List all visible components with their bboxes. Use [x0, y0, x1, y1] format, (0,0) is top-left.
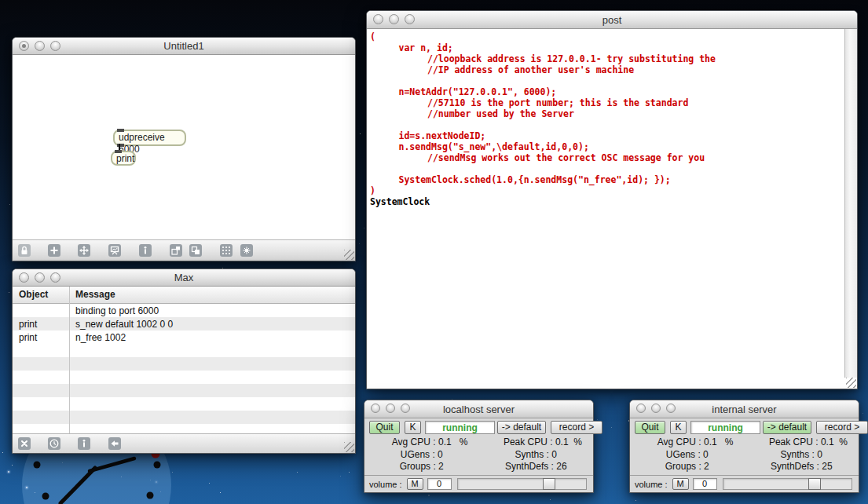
- max-console-window: Max Object Message binding to port 6000p…: [12, 268, 356, 454]
- cell-message: s_new default 1002 0 0: [75, 319, 173, 330]
- mute-button[interactable]: M: [672, 478, 689, 490]
- inlet[interactable]: [117, 129, 124, 132]
- zoom-button[interactable]: [50, 41, 60, 51]
- console-row[interactable]: [13, 397, 355, 411]
- info-icon[interactable]: [139, 244, 152, 257]
- stat-text: Peak CPU : 0.1: [504, 436, 569, 447]
- star: [9, 204, 10, 205]
- console-row[interactable]: [13, 384, 355, 397]
- minimize-button[interactable]: [35, 41, 45, 51]
- console-row[interactable]: [13, 371, 355, 384]
- server-buttons: Quit K running -> default record >: [635, 421, 854, 434]
- volume-slider-handle[interactable]: [543, 478, 555, 490]
- window-controls: [373, 14, 415, 24]
- minimize-button[interactable]: [389, 14, 399, 24]
- resize-grip[interactable]: [846, 378, 856, 388]
- quit-button[interactable]: Quit: [635, 421, 665, 434]
- console-row[interactable]: [13, 411, 355, 424]
- make-default-button[interactable]: -> default: [497, 421, 546, 434]
- stat-cell: Avg CPU : 0.1%: [630, 436, 745, 449]
- volume-slider-handle[interactable]: [808, 478, 821, 490]
- window-title: Untitled1: [163, 40, 203, 52]
- star: [611, 427, 612, 428]
- object-box-print[interactable]: print: [111, 151, 136, 166]
- info-icon[interactable]: [78, 437, 90, 450]
- clear-icon[interactable]: [18, 437, 31, 450]
- grid-icon[interactable]: [220, 244, 233, 257]
- new-view-icon[interactable]: [170, 244, 182, 257]
- console-row[interactable]: prints_new default 1002 0 0: [13, 317, 355, 331]
- code-line: //number used by the Server: [367, 108, 844, 119]
- console-row[interactable]: [13, 344, 355, 357]
- quit-button[interactable]: Quit: [369, 421, 400, 434]
- patcher-titlebar[interactable]: Untitled1: [13, 38, 355, 55]
- window-controls: [636, 404, 676, 413]
- record-button[interactable]: record >: [551, 421, 602, 434]
- server-titlebar[interactable]: internal server: [630, 400, 859, 418]
- add-object-icon[interactable]: [48, 244, 60, 257]
- inlet[interactable]: [115, 150, 122, 153]
- volume-label: volume :: [635, 480, 668, 489]
- stat-unit: %: [460, 436, 468, 447]
- minimize-button[interactable]: [35, 272, 45, 283]
- console-row[interactable]: binding to port 6000: [13, 304, 355, 317]
- presentation-icon[interactable]: [108, 244, 121, 257]
- record-button[interactable]: record >: [816, 421, 868, 434]
- object-box-udpreceive[interactable]: udpreceive 6000: [113, 130, 186, 146]
- server-titlebar[interactable]: localhost server: [364, 400, 593, 418]
- k-button[interactable]: K: [405, 421, 421, 434]
- post-titlebar[interactable]: post: [367, 11, 857, 29]
- console-row[interactable]: [13, 357, 355, 371]
- zoom-button[interactable]: [50, 272, 60, 283]
- move-icon[interactable]: [78, 244, 90, 257]
- volume-slider[interactable]: [723, 478, 852, 490]
- volume-value-field[interactable]: 0: [427, 478, 452, 490]
- code-line: //loopback address is 127.0.0.1- try sub…: [367, 53, 844, 64]
- close-button[interactable]: [373, 14, 383, 24]
- patcher-canvas[interactable]: udpreceive 6000 print: [13, 55, 355, 240]
- post-text-area[interactable]: (var n, id;//loopback address is 127.0.0…: [367, 29, 857, 389]
- window-controls: [371, 404, 410, 413]
- volume-slider[interactable]: [457, 478, 587, 490]
- mute-button[interactable]: M: [407, 478, 423, 490]
- star: [2, 452, 3, 453]
- code-line: [367, 119, 844, 130]
- column-divider[interactable]: [69, 287, 70, 434]
- column-header-object[interactable]: Object: [19, 289, 48, 300]
- clock-icon[interactable]: [48, 437, 60, 450]
- back-arrow-icon[interactable]: [108, 437, 121, 450]
- resize-grip[interactable]: [344, 442, 354, 452]
- zoom-button[interactable]: [666, 404, 676, 413]
- close-button[interactable]: [371, 404, 380, 413]
- console-row[interactable]: printn_free 1002: [13, 331, 355, 344]
- stat-text: Groups : 2: [665, 461, 709, 472]
- close-button[interactable]: [19, 41, 29, 51]
- minimize-button[interactable]: [651, 404, 661, 413]
- console-table: Object Message binding to port 6000print…: [13, 287, 355, 434]
- stat-cell: Peak CPU : 0.1%: [745, 436, 859, 449]
- volume-value-field[interactable]: 0: [693, 478, 717, 490]
- star: [297, 472, 298, 473]
- clock-hour-dot: [154, 462, 161, 469]
- stat-cell: Groups : 2: [364, 461, 479, 473]
- snap-to-grid-icon[interactable]: [240, 244, 253, 257]
- localhost-server-window: localhost server Quit K running -> defau…: [364, 400, 594, 493]
- zoom-button[interactable]: [401, 404, 410, 413]
- minimize-button[interactable]: [386, 404, 395, 413]
- vertical-scrollbar[interactable]: [844, 29, 857, 378]
- lock-icon[interactable]: [18, 244, 31, 257]
- close-button[interactable]: [19, 272, 29, 283]
- close-button[interactable]: [636, 404, 646, 413]
- code-listing[interactable]: (var n, id;//loopback address is 127.0.0…: [367, 31, 844, 207]
- zoom-button[interactable]: [405, 14, 415, 24]
- bring-to-front-icon[interactable]: [189, 244, 202, 257]
- patcher-toolbar: [13, 239, 355, 261]
- console-titlebar[interactable]: Max: [13, 269, 355, 287]
- k-button[interactable]: K: [670, 421, 687, 434]
- stat-text: Synths : 0: [515, 449, 557, 460]
- clock-hour-dot: [42, 493, 49, 500]
- stat-text: Groups : 2: [400, 461, 444, 472]
- resize-grip[interactable]: [344, 250, 354, 260]
- column-header-message[interactable]: Message: [75, 289, 115, 300]
- make-default-button[interactable]: -> default: [763, 421, 811, 434]
